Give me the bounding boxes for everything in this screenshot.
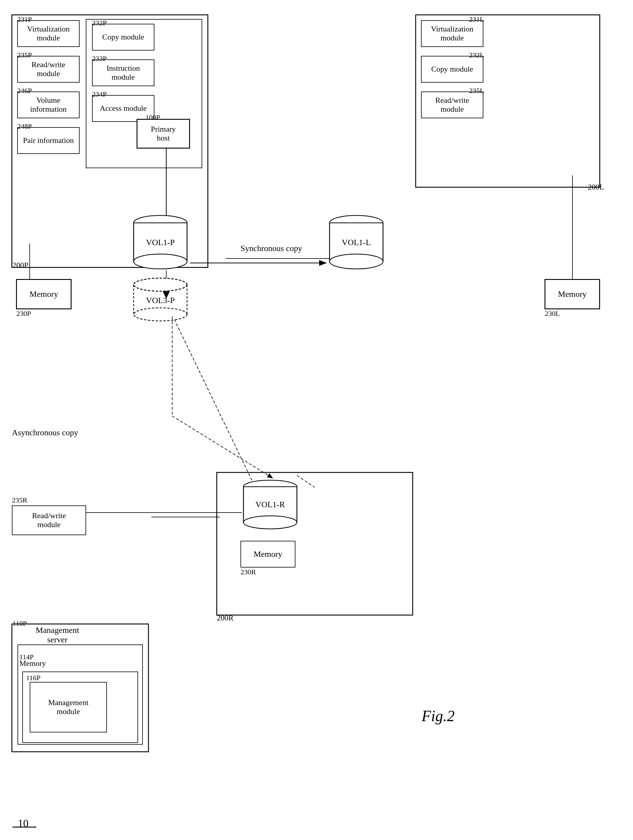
mgmt-server-label-ref: 110P [13,619,27,628]
memory-mgmt-label: Memory [19,659,46,668]
page-number: 10 [18,817,28,830]
page-num-underline [13,827,36,827]
mgmt-server-label: Managementserver [36,625,79,644]
ref-116p: 116P [26,674,40,682]
fig-label: Fig.2 [422,707,455,725]
svg-line-53 [172,416,273,478]
mgmt-module-box: Management module [30,682,107,733]
